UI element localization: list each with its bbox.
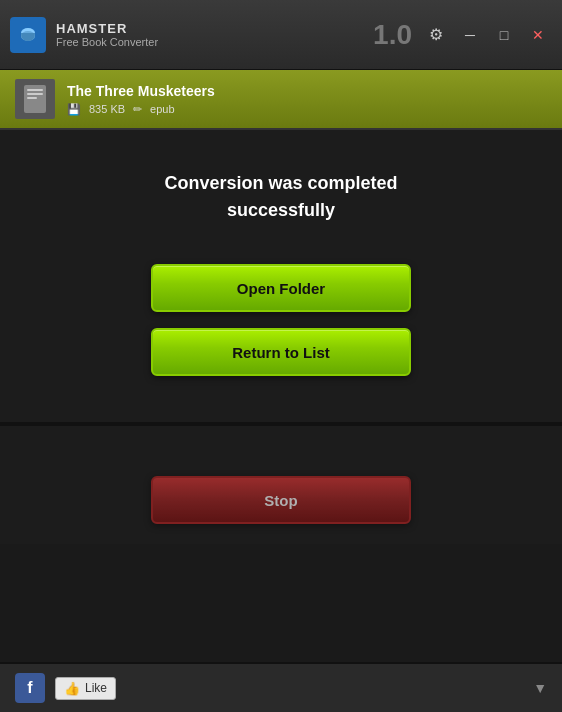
svg-rect-3	[27, 89, 43, 91]
facebook-icon[interactable]: f	[15, 673, 45, 703]
book-info: The Three Musketeers 💾 835 KB ✏ epub	[67, 83, 547, 116]
footer: f 👍 Like ▼	[0, 662, 562, 712]
main-content: Conversion was completed successfully Op…	[0, 130, 562, 424]
success-message: Conversion was completed successfully	[164, 170, 397, 224]
app-icon	[10, 17, 46, 53]
app-name: HAMSTER	[56, 21, 373, 36]
title-bar-text: HAMSTER Free Book Converter	[56, 21, 373, 48]
book-file-size: 835 KB	[89, 103, 125, 115]
thumbs-up-icon: 👍	[64, 681, 80, 696]
book-title: The Three Musketeers	[67, 83, 547, 99]
close-button[interactable]: ✕	[524, 21, 552, 49]
window-controls: ⚙ ─ □ ✕	[422, 21, 552, 49]
file-size-icon: 💾	[67, 103, 81, 116]
footer-arrow: ▼	[533, 680, 547, 696]
app-version: 1.0	[373, 19, 412, 51]
book-file-type: epub	[150, 103, 174, 115]
settings-button[interactable]: ⚙	[422, 21, 450, 49]
app-subtitle: Free Book Converter	[56, 36, 373, 48]
svg-rect-4	[27, 93, 43, 95]
minimize-button[interactable]: ─	[456, 21, 484, 49]
svg-rect-5	[27, 97, 37, 99]
bottom-section: Stop	[0, 426, 562, 544]
title-bar: HAMSTER Free Book Converter 1.0 ⚙ ─ □ ✕	[0, 0, 562, 70]
book-row: The Three Musketeers 💾 835 KB ✏ epub	[0, 70, 562, 130]
maximize-button[interactable]: □	[490, 21, 518, 49]
file-type-icon: ✏	[133, 103, 142, 116]
like-label: Like	[85, 681, 107, 695]
like-button[interactable]: 👍 Like	[55, 677, 116, 700]
book-meta: 💾 835 KB ✏ epub	[67, 103, 547, 116]
book-thumbnail	[15, 79, 55, 119]
stop-button[interactable]: Stop	[151, 476, 411, 524]
return-to-list-button[interactable]: Return to List	[151, 328, 411, 376]
progress-area: Stop	[0, 456, 562, 544]
open-folder-button[interactable]: Open Folder	[151, 264, 411, 312]
